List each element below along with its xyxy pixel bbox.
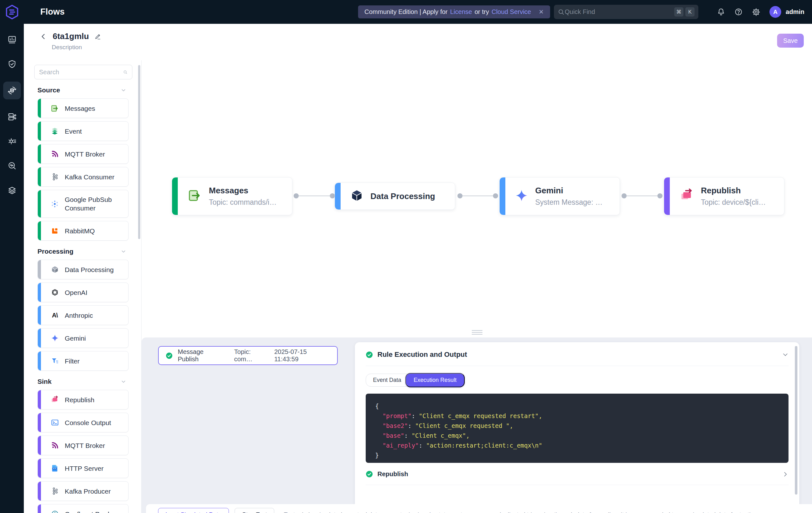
palette-item-label: Event [65, 127, 82, 136]
license-link[interactable]: License [450, 8, 472, 16]
sidebar-item-dashboard[interactable] [3, 33, 21, 47]
panel-scrollbar[interactable] [795, 346, 798, 494]
gear-icon[interactable] [752, 8, 760, 17]
palette-item-data-processing[interactable]: Data Processing [37, 260, 128, 279]
palette-search[interactable] [34, 65, 133, 79]
event-icon [51, 127, 59, 136]
edit-icon[interactable] [94, 33, 101, 40]
rule-execution-panel: Rule Execution and Output Event Data Exe… [355, 342, 799, 510]
input-simulated-data-button[interactable]: Input Simulated Data [158, 508, 229, 513]
palette-item-google-pubsub[interactable]: Google PubSub Consumer [37, 190, 128, 218]
tab-execution-result[interactable]: Execution Result [405, 373, 465, 387]
accent-bar [38, 167, 41, 186]
cloud-service-link[interactable]: Cloud Service [491, 8, 531, 16]
section-sink[interactable]: Sink [37, 378, 126, 386]
node-messages[interactable]: Messages Topic: commands/i… [172, 177, 292, 215]
sidebar-item-diagnose[interactable] [3, 159, 21, 173]
sidebar-item-integration[interactable] [3, 82, 21, 99]
edge-endpoint [493, 193, 498, 198]
shield-check-icon [7, 59, 17, 69]
save-button[interactable]: Save [777, 34, 804, 48]
palette-search-input[interactable] [39, 68, 123, 76]
palette-item-gemini[interactable]: Gemini [37, 328, 128, 348]
palette-item-label: OpenAI [65, 288, 87, 297]
accent-bar [38, 99, 41, 118]
sidebar-item-rule-engine[interactable] [3, 134, 21, 148]
palette-item-label: RabbitMQ [65, 227, 95, 235]
gemini-icon [515, 189, 528, 203]
palette-scrollbar[interactable] [138, 65, 140, 239]
stop-test-button[interactable]: Stop Test [235, 508, 274, 513]
accent-bar [38, 390, 41, 409]
palette-item-label: Filter [65, 357, 80, 365]
republish-result-row[interactable]: Republish [366, 471, 788, 478]
palette-item-filter[interactable]: Filter [37, 351, 128, 371]
palette-item-label: Console Output [65, 419, 111, 427]
anthropic-icon: A\ [51, 311, 59, 320]
palette-item-republish[interactable]: Republish [37, 390, 128, 409]
sidebar-item-extensions[interactable] [3, 183, 21, 197]
chevron-down-icon [121, 249, 126, 254]
avatar[interactable]: A [770, 6, 781, 18]
emqx-logo-icon[interactable] [0, 0, 24, 24]
palette-item-mqtt-broker[interactable]: MQTT Broker [37, 144, 128, 164]
code-line: "base2": "Client c_emqx requested ", [375, 421, 779, 431]
flow-canvas[interactable]: Messages Topic: commands/i… Data Process… [142, 60, 812, 338]
sidebar-item-access-control[interactable] [3, 57, 21, 71]
mqtt-icon [51, 150, 59, 159]
palette-item-label: Kafka Consumer [65, 173, 114, 181]
accent-bar [38, 121, 41, 141]
top-bar: Flows Community Edition | Apply for Lice… [0, 0, 812, 24]
palette-item-label: Anthropic [65, 311, 93, 320]
edge-endpoint [458, 193, 463, 198]
palette-item-label: Gemini [65, 334, 86, 343]
quick-find[interactable]: ⌘ K [554, 5, 698, 19]
node-subtitle: Topic: device/${cli… [701, 198, 766, 207]
bell-icon[interactable] [717, 8, 725, 16]
help-icon[interactable] [734, 8, 743, 16]
node-gemini[interactable]: Gemini System Message: … [499, 177, 620, 215]
node-data-processing[interactable]: Data Processing [335, 182, 455, 210]
dashboard-icon [7, 35, 17, 45]
accent-bar [38, 260, 41, 279]
palette-item-anthropic[interactable]: A\ Anthropic [37, 305, 128, 325]
palette-item-label: MQTT Broker [65, 150, 105, 159]
palette-item-event[interactable]: Event [37, 121, 128, 141]
palette-item-kafka-consumer[interactable]: Kafka Consumer [37, 167, 128, 187]
accent-bar [38, 144, 41, 164]
node-republish[interactable]: Republish Topic: device/${cli… [664, 177, 784, 215]
accent-bar [38, 329, 41, 348]
panel-title: Rule Execution and Output [377, 350, 467, 359]
node-title: Messages [209, 186, 277, 196]
banner-close-icon[interactable]: ✕ [539, 8, 544, 16]
palette-item-confluent-producer[interactable]: Confluent Producer [37, 504, 128, 513]
kafka-icon [51, 173, 59, 181]
test-hint-text: Test rule by simulated or actual data; s… [284, 508, 757, 513]
palette-item-console-output[interactable]: Console Output [37, 413, 128, 432]
chevron-down-icon [121, 379, 126, 384]
accent-bar [38, 283, 41, 302]
event-row[interactable]: Message Publish Topic: com… 2025-07-15 1… [158, 346, 338, 365]
palette-item-mqtt-broker-sink[interactable]: MQTT Broker [37, 435, 128, 455]
edge-endpoint [294, 193, 299, 198]
event-label: Message Publish [178, 348, 224, 363]
accent-bar [38, 221, 41, 240]
palette-item-openai[interactable]: OpenAI [37, 283, 128, 302]
palette-item-messages[interactable]: Messages [37, 98, 128, 118]
sidebar-item-management[interactable] [3, 110, 21, 124]
palette-item-http-server[interactable]: HTTP HTTP Server [37, 458, 128, 478]
palette-item-label: Republish [65, 396, 94, 404]
panel-resize-handle[interactable] [472, 330, 483, 335]
edge-messages-dataprocessing [296, 196, 332, 196]
section-source[interactable]: Source [37, 86, 126, 94]
tab-event-data[interactable]: Event Data [366, 374, 408, 387]
messages-icon [51, 104, 59, 113]
section-processing[interactable]: Processing [37, 248, 126, 255]
palette-item-kafka-producer[interactable]: Kafka Producer [37, 481, 128, 501]
palette-item-label: HTTP Server [65, 464, 104, 473]
quick-find-input[interactable] [565, 8, 672, 16]
chevron-down-icon[interactable] [782, 351, 788, 358]
accent-bar [38, 413, 41, 432]
palette-item-rabbitmq[interactable]: RabbitMQ [37, 221, 128, 240]
back-icon[interactable] [40, 33, 47, 40]
